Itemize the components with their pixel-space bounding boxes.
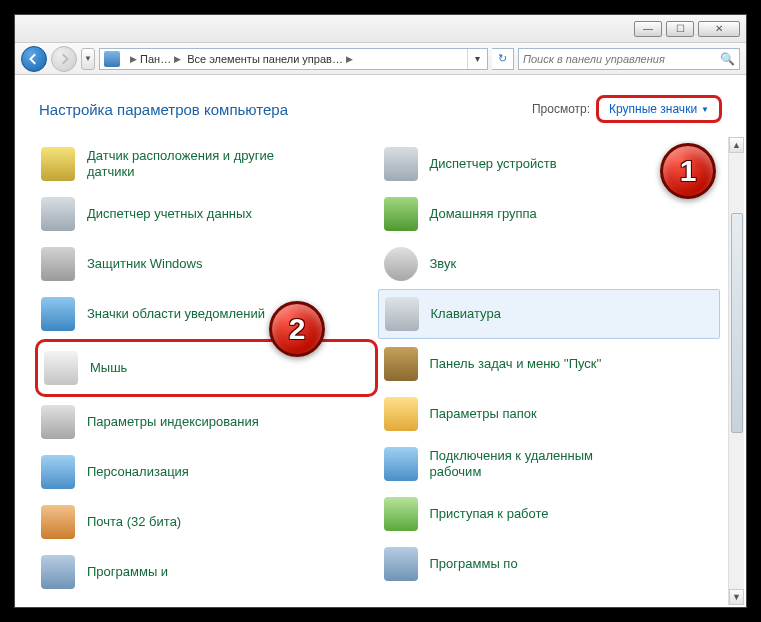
item-windows-defender[interactable]: Защитник Windows: [35, 239, 378, 289]
item-personalization[interactable]: Персонализация: [35, 447, 378, 497]
view-by: Просмотр: Крупные значки▼: [532, 95, 722, 123]
item-programs-and-icon: [41, 555, 75, 589]
address-dropdown[interactable]: ▾: [467, 49, 487, 69]
nav-history-dropdown[interactable]: ▼: [81, 48, 95, 70]
item-folder-options[interactable]: Параметры папок: [378, 389, 721, 439]
item-credential-manager[interactable]: Диспетчер учетных данных: [35, 189, 378, 239]
forward-button[interactable]: [51, 46, 77, 72]
breadcrumb-seg2[interactable]: Все элементы панели управ…▶: [184, 53, 356, 65]
scroll-down[interactable]: ▼: [729, 589, 744, 605]
item-programs-by-label: Программы по: [430, 556, 518, 572]
window: — ☐ ✕ ▼ ▶ Пан…▶ Все элементы панели упра…: [14, 14, 747, 608]
item-indexing-options-label: Параметры индексирования: [87, 414, 259, 430]
item-notification-icons-icon: [41, 297, 75, 331]
page-title: Настройка параметров компьютера: [39, 101, 288, 118]
item-personalization-icon: [41, 455, 75, 489]
item-location-sensor[interactable]: Датчик расположения и другие датчики: [35, 139, 378, 189]
item-taskbar-start[interactable]: Панель задач и меню ''Пуск'': [378, 339, 721, 389]
maximize-button[interactable]: ☐: [666, 21, 694, 37]
callout-badge-1: 1: [660, 143, 716, 199]
item-sound-label: Звук: [430, 256, 457, 272]
item-notification-icons[interactable]: Значки области уведомлений: [35, 289, 378, 339]
item-indexing-options[interactable]: Параметры индексирования: [35, 397, 378, 447]
titlebar: — ☐ ✕: [15, 15, 746, 43]
nav-row: ▼ ▶ Пан…▶ Все элементы панели управ…▶ ▾ …: [15, 43, 746, 75]
item-homegroup-label: Домашняя группа: [430, 206, 537, 222]
minimize-button[interactable]: —: [634, 21, 662, 37]
close-button[interactable]: ✕: [698, 21, 740, 37]
item-personalization-label: Персонализация: [87, 464, 189, 480]
item-device-manager-icon: [384, 147, 418, 181]
callout-badge-2: 2: [269, 301, 325, 357]
item-getting-started-label: Приступая к работе: [430, 506, 549, 522]
item-sound[interactable]: Звук: [378, 239, 721, 289]
item-mail-32[interactable]: Почта (32 бита): [35, 497, 378, 547]
search-input[interactable]: [523, 53, 720, 65]
refresh-button[interactable]: ↻: [492, 48, 514, 70]
item-remote-connections-icon: [384, 447, 418, 481]
item-location-sensor-icon: [41, 147, 75, 181]
scroll-thumb[interactable]: [731, 213, 743, 433]
item-remote-connections-label: Подключения к удаленным рабочим: [430, 448, 630, 479]
item-folder-options-label: Параметры папок: [430, 406, 537, 422]
item-taskbar-start-icon: [384, 347, 418, 381]
view-by-dropdown[interactable]: Крупные значки▼: [596, 95, 722, 123]
item-windows-defender-label: Защитник Windows: [87, 256, 202, 272]
item-getting-started-icon: [384, 497, 418, 531]
item-location-sensor-label: Датчик расположения и другие датчики: [87, 148, 287, 179]
item-mouse-label: Мышь: [90, 360, 127, 376]
item-credential-manager-icon: [41, 197, 75, 231]
search-icon: 🔍: [720, 52, 735, 66]
item-folder-options-icon: [384, 397, 418, 431]
item-getting-started[interactable]: Приступая к работе: [378, 489, 721, 539]
item-programs-and[interactable]: Программы и: [35, 547, 378, 597]
item-homegroup-icon: [384, 197, 418, 231]
items-column-right: Диспетчер устройствДомашняя группаЗвукКл…: [378, 139, 721, 607]
address-bar[interactable]: ▶ Пан…▶ Все элементы панели управ…▶ ▾: [99, 48, 488, 70]
item-indexing-options-icon: [41, 405, 75, 439]
content-area: Настройка параметров компьютера Просмотр…: [15, 75, 746, 607]
item-programs-and-label: Программы и: [87, 564, 168, 580]
view-by-label: Просмотр:: [532, 102, 590, 116]
item-mail-32-label: Почта (32 бита): [87, 514, 181, 530]
item-sound-icon: [384, 247, 418, 281]
item-keyboard-label: Клавиатура: [431, 306, 501, 322]
items-column-left: Датчик расположения и другие датчикиДисп…: [35, 139, 378, 607]
item-taskbar-start-label: Панель задач и меню ''Пуск'': [430, 356, 602, 372]
search-box[interactable]: 🔍: [518, 48, 740, 70]
item-windows-defender-icon: [41, 247, 75, 281]
item-notification-icons-label: Значки области уведомлений: [87, 306, 265, 322]
scrollbar[interactable]: ▲ ▼: [728, 137, 744, 605]
control-panel-icon: [104, 51, 120, 67]
item-programs-by-icon: [384, 547, 418, 581]
content-header: Настройка параметров компьютера Просмотр…: [15, 75, 746, 131]
item-programs-by[interactable]: Программы по: [378, 539, 721, 589]
scroll-up[interactable]: ▲: [729, 137, 744, 153]
item-mouse[interactable]: Мышь: [35, 339, 378, 397]
item-homegroup[interactable]: Домашняя группа: [378, 189, 721, 239]
items-grid: Датчик расположения и другие датчикиДисп…: [35, 139, 720, 607]
item-remote-connections[interactable]: Подключения к удаленным рабочим: [378, 439, 721, 489]
item-credential-manager-label: Диспетчер учетных данных: [87, 206, 252, 222]
item-keyboard[interactable]: Клавиатура: [378, 289, 721, 339]
back-button[interactable]: [21, 46, 47, 72]
breadcrumb-seg1[interactable]: ▶ Пан…▶: [124, 53, 184, 65]
item-device-manager-label: Диспетчер устройств: [430, 156, 557, 172]
item-mouse-icon: [44, 351, 78, 385]
item-mail-32-icon: [41, 505, 75, 539]
item-keyboard-icon: [385, 297, 419, 331]
